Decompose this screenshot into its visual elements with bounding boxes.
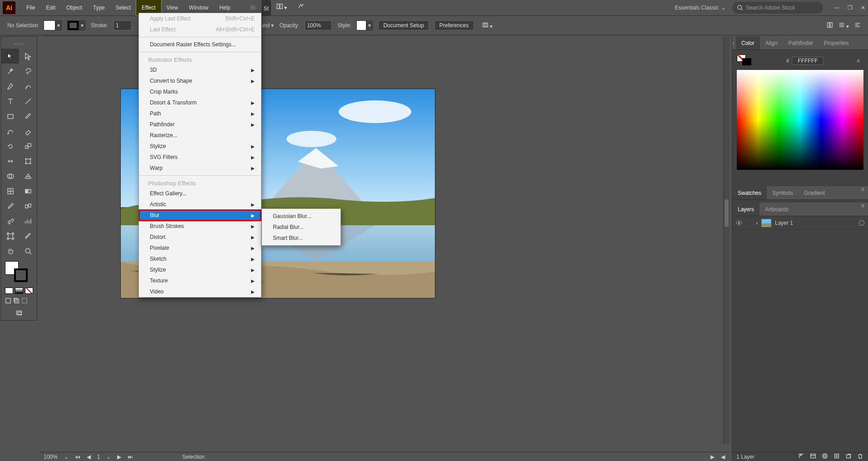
ps-effect-effect-gallery[interactable]: Effect Gallery... — [139, 188, 261, 199]
gpu-icon[interactable] — [292, 0, 310, 15]
graphic-style-dropdown[interactable]: ▾ — [366, 20, 373, 30]
il-effect-crop-marks[interactable]: Crop Marks — [139, 86, 261, 97]
gradient-tool[interactable] — [19, 183, 37, 198]
menu-type[interactable]: Type — [88, 0, 110, 15]
stroke-weight-input[interactable] — [113, 20, 132, 30]
controlbar-icon-1[interactable] — [827, 22, 833, 30]
hscroll-right-icon[interactable]: ◀ — [721, 454, 725, 460]
tab-align[interactable]: Align — [760, 36, 783, 50]
artboard-last-icon[interactable]: ⏭ — [128, 454, 133, 460]
ps-effect-pixelate[interactable]: Pixelate▶ — [139, 243, 261, 253]
il-effect-distort-transform[interactable]: Distort & Transform▶ — [139, 97, 261, 108]
window-minimize-icon[interactable]: — — [834, 5, 839, 11]
direct-selection-tool[interactable] — [19, 49, 37, 64]
lasso-tool[interactable] — [19, 64, 37, 79]
color-fill-stroke-icon[interactable] — [737, 55, 757, 67]
ps-effect-distort[interactable]: Distort▶ — [139, 232, 261, 243]
hand-tool[interactable] — [1, 243, 19, 258]
screen-mode-icon[interactable] — [16, 310, 22, 317]
menu-select[interactable]: Select — [110, 0, 136, 15]
ps-effect-artistic[interactable]: Artistic▶ — [139, 199, 261, 210]
ps-effect-stylize[interactable]: Stylize▶ — [139, 264, 261, 275]
ps-effect-video[interactable]: Video▶ — [139, 286, 261, 297]
menu-edit[interactable]: Edit — [40, 0, 61, 15]
stroke-dropdown[interactable]: ▾ — [79, 20, 85, 30]
zoom-level[interactable]: 100% — [44, 454, 58, 460]
smart-blur[interactable]: Smart Blur... — [262, 233, 340, 243]
layer-thumbnail[interactable] — [761, 219, 771, 227]
zoom-tool[interactable] — [19, 243, 37, 258]
document-setup-button[interactable]: Document Setup — [378, 20, 429, 30]
artboard-tool[interactable] — [1, 228, 19, 243]
shape-builder-tool[interactable] — [1, 169, 19, 183]
width-tool[interactable] — [1, 154, 19, 169]
perspective-grid-tool[interactable] — [19, 169, 37, 183]
stock-icon[interactable]: St — [261, 0, 271, 15]
il-effect-pathfinder[interactable]: Pathfinder▶ — [139, 119, 261, 130]
opacity-input[interactable] — [305, 20, 332, 30]
mesh-tool[interactable] — [1, 183, 19, 198]
draw-mode-behind[interactable] — [13, 297, 20, 305]
graphic-style-swatch[interactable] — [356, 20, 366, 30]
layer-target-icon[interactable] — [859, 220, 864, 226]
layer-name[interactable]: Layer 1 — [775, 220, 793, 226]
menu-file[interactable]: File — [21, 0, 40, 15]
swatches-menu-icon[interactable]: ≡ — [858, 186, 868, 199]
vertical-scrollbar[interactable] — [723, 36, 730, 444]
layer-row[interactable]: › Layer 1 — [732, 216, 868, 230]
hscroll-left-icon[interactable]: ▶ — [710, 454, 715, 460]
ps-effect-blur[interactable]: Blur▶ — [139, 210, 261, 221]
color-mode-gradient[interactable] — [15, 288, 23, 294]
free-transform-tool[interactable] — [19, 154, 37, 169]
color-spectrum[interactable] — [737, 70, 863, 170]
doc-raster-settings[interactable]: Document Raster Effects Settings... — [139, 39, 261, 50]
stroke-color[interactable] — [14, 268, 28, 282]
layers-new-sublayer-icon[interactable] — [833, 453, 840, 461]
curvature-tool[interactable] — [19, 79, 37, 94]
il-effect-path[interactable]: Path▶ — [139, 108, 261, 119]
draw-mode-inside[interactable] — [21, 297, 28, 305]
stroke-swatch[interactable] — [67, 20, 79, 30]
artboard-first-icon[interactable]: ⏮ — [75, 454, 80, 460]
artboard-dropdown-icon[interactable]: ⌄ — [106, 454, 111, 460]
tab-color[interactable]: Color — [736, 36, 760, 50]
ps-effect-brush-strokes[interactable]: Brush Strokes▶ — [139, 221, 261, 232]
type-tool[interactable] — [1, 94, 19, 109]
draw-mode-normal[interactable] — [5, 297, 11, 305]
arrange-docs-icon[interactable]: ▾ — [271, 0, 292, 15]
layers-mask-icon[interactable] — [822, 453, 828, 461]
color-mode-none[interactable] — [25, 288, 33, 294]
tab-artboards[interactable]: Artboards — [760, 203, 794, 216]
artboard-next-icon[interactable]: ▶ — [117, 454, 121, 460]
shaper-tool[interactable] — [1, 124, 19, 139]
magic-wand-tool[interactable] — [1, 64, 19, 79]
tab-symbols[interactable]: Symbols — [767, 186, 799, 199]
column-graph-tool[interactable] — [19, 213, 37, 228]
workspace-switcher[interactable]: Essentials Classic ⌄ — [675, 5, 726, 11]
layers-collect-icon[interactable] — [810, 453, 816, 461]
il-effect-svg-filters[interactable]: SVG Filters▶ — [139, 152, 261, 163]
hex-input[interactable] — [792, 57, 824, 65]
pen-tool[interactable] — [1, 79, 19, 94]
paintbrush-tool[interactable] — [19, 109, 37, 124]
align-to-icon[interactable]: ▾ — [482, 22, 493, 30]
rectangle-tool[interactable] — [1, 109, 19, 124]
tab-pathfinder[interactable]: Pathfinder — [783, 36, 819, 50]
window-close-icon[interactable]: ✕ — [861, 5, 865, 11]
ps-effect-texture[interactable]: Texture▶ — [139, 275, 261, 286]
tab-swatches[interactable]: Swatches — [732, 186, 767, 199]
symbol-sprayer-tool[interactable] — [1, 213, 19, 228]
panel-menu-icon[interactable]: ≡ — [853, 58, 863, 64]
blend-tool[interactable] — [19, 198, 37, 213]
controlbar-icon-3[interactable] — [854, 22, 861, 30]
il-effect-convert-to-shape[interactable]: Convert to Shape▶ — [139, 75, 261, 86]
tab-layers[interactable]: Layers — [732, 203, 760, 216]
il-effect-warp[interactable]: Warp▶ — [139, 163, 261, 173]
fill-swatch[interactable] — [44, 20, 55, 30]
selection-tool[interactable] — [1, 49, 19, 64]
visibility-icon[interactable] — [736, 220, 742, 226]
fill-dropdown[interactable]: ▾ — [55, 20, 62, 30]
layers-new-icon[interactable] — [845, 453, 852, 461]
il-effect-3d[interactable]: 3D▶ — [139, 64, 261, 75]
layer-expand-icon[interactable]: › — [756, 220, 758, 226]
